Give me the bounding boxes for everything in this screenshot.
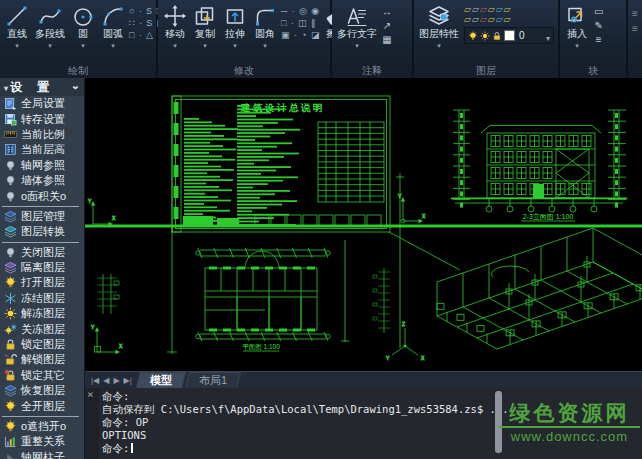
collapse-chevron-icon[interactable] bbox=[71, 78, 80, 92]
layer-state-icons[interactable]: ▱▱▱▱▱▱ bbox=[464, 15, 554, 24]
ribbon-panel-annotate: 多行文字 ↔↗▦ 注释 bbox=[332, 0, 414, 78]
lock-red-icon bbox=[4, 369, 17, 382]
first-tab-button[interactable] bbox=[91, 376, 99, 385]
ribbon-button-circle[interactable]: 圆 bbox=[68, 3, 98, 47]
close-icon[interactable] bbox=[87, 388, 94, 401]
ribbon-button-insert[interactable]: 插入 bbox=[562, 3, 592, 47]
sidebar-item-label: o遮挡开o bbox=[21, 419, 66, 434]
ribbon-button-arc[interactable]: 圆弧 bbox=[98, 3, 128, 47]
layer-state-icon[interactable]: ▱ bbox=[496, 15, 503, 24]
layer-state-icon[interactable]: ▱ bbox=[496, 5, 503, 14]
sidebar-item[interactable]: 墙体参照 bbox=[0, 173, 84, 188]
sidebar-item[interactable]: 重整关系 bbox=[0, 434, 84, 449]
elevation-drawing: 2-3立面图 1:100 bbox=[451, 110, 627, 221]
sidebar-item[interactable]: 当前比例 bbox=[0, 127, 84, 142]
layer-color-swatch[interactable] bbox=[504, 30, 515, 41]
dropdown-caret-icon[interactable] bbox=[203, 40, 207, 47]
dropdown-caret-icon[interactable] bbox=[355, 40, 359, 47]
tab-layout[interactable]: 布局1 bbox=[185, 372, 241, 388]
mini-tool-icon[interactable]: ↗ bbox=[383, 21, 391, 31]
mini-tool-icons[interactable]: ─ ∙ ◎ ◉ bbox=[281, 7, 320, 16]
last-tab-button[interactable] bbox=[124, 376, 132, 385]
ribbon-button-stretch[interactable]: 拉伸 bbox=[220, 3, 250, 47]
layer-state-icon[interactable]: ▱ bbox=[488, 5, 495, 14]
ribbon-button-label: 多段线 bbox=[35, 28, 65, 40]
dropdown-caret-icon[interactable] bbox=[263, 40, 267, 47]
ucs-icon: Y X bbox=[88, 198, 116, 226]
layer-state-icon[interactable]: ▱ bbox=[464, 15, 471, 24]
mini-tool-icon[interactable]: ▦ bbox=[382, 35, 391, 45]
sidebar-item[interactable]: 关冻图层 bbox=[0, 321, 84, 336]
layer-state-icon[interactable]: ▱ bbox=[480, 5, 487, 14]
layer-state-icon[interactable]: ▱ bbox=[504, 15, 511, 24]
dropdown-caret-icon[interactable] bbox=[48, 40, 52, 47]
ribbon-button-fillet[interactable]: 圆角 bbox=[250, 3, 280, 47]
layer-state-icon[interactable]: ▱ bbox=[504, 5, 511, 14]
ribbon-button-mtext[interactable]: 多行文字 bbox=[334, 3, 380, 47]
sidebar-header[interactable]: 设 置 bbox=[0, 78, 84, 96]
sidebar-item[interactable]: o遮挡开o bbox=[0, 419, 84, 434]
watermark: 绿色资源网 www.downcc.com bbox=[499, 401, 640, 444]
sidebar-item[interactable]: 打开图层 bbox=[0, 275, 84, 290]
mtext-icon bbox=[345, 4, 369, 28]
layer-state-icon[interactable]: ▱ bbox=[480, 15, 487, 24]
layer-state-icon[interactable]: ▱ bbox=[464, 5, 471, 14]
sidebar-item[interactable]: 图层转换 bbox=[0, 224, 84, 239]
sidebar-item[interactable]: 锁定图层 bbox=[0, 337, 84, 352]
mini-tool-icons[interactable]: □ ∙ ◫ ∥ bbox=[281, 19, 320, 28]
sidebar-item[interactable]: 恢复图层 bbox=[0, 383, 84, 398]
block-extra-tools[interactable]: ▭✎≡ bbox=[592, 3, 605, 45]
sidebar-item[interactable]: 全开图层 bbox=[0, 398, 84, 413]
sidebar-item[interactable]: 轴网参照 bbox=[0, 158, 84, 173]
sidebar-item[interactable]: 解冻图层 bbox=[0, 306, 84, 321]
chevron-down-icon[interactable] bbox=[546, 27, 550, 45]
detail-drawing bbox=[373, 268, 390, 333]
ribbon-button-polyline[interactable]: 多段线 bbox=[32, 3, 68, 47]
sidebar-item[interactable]: 全局设置 bbox=[0, 96, 84, 111]
dropdown-caret-icon[interactable] bbox=[173, 40, 177, 47]
tab-model[interactable]: 模型 bbox=[136, 372, 186, 388]
sidebar-item[interactable]: 图层管理 bbox=[0, 209, 84, 224]
ribbon-button-layers[interactable]: 图层特性 bbox=[416, 3, 462, 47]
ribbon-button-move[interactable]: 移动 bbox=[160, 3, 190, 47]
sidebar-item[interactable]: 转存设置 bbox=[0, 111, 84, 126]
layer-state-icon[interactable]: ▱ bbox=[472, 15, 479, 24]
mini-tool-icon[interactable]: ↔ bbox=[382, 7, 392, 17]
prev-tab-button[interactable] bbox=[103, 376, 109, 385]
sidebar-item[interactable]: 冻结图层 bbox=[0, 291, 84, 306]
layer-combo[interactable]: 0 bbox=[464, 27, 554, 44]
ribbon-button-line[interactable]: 直线 bbox=[2, 3, 32, 47]
sidebar-item[interactable]: 关闭图层 bbox=[0, 245, 84, 260]
layer-state-icon[interactable]: ▱ bbox=[488, 15, 495, 24]
sidebar-item[interactable]: 锁定其它 bbox=[0, 368, 84, 383]
sidebar-item[interactable]: 当前层高 bbox=[0, 142, 84, 157]
lock-icon[interactable] bbox=[492, 31, 502, 41]
drawing-canvas[interactable]: 建筑设计总说明 2-3立面图 1:100 平面图 1:100 bbox=[85, 78, 642, 371]
dropdown-caret-icon[interactable] bbox=[437, 40, 441, 47]
sidebar-item[interactable]: 隔离图层 bbox=[0, 260, 84, 275]
ribbon-button-copy[interactable]: 复制 bbox=[190, 3, 220, 47]
mini-tool-icon[interactable]: ≡ bbox=[596, 35, 602, 45]
sun-icon[interactable] bbox=[480, 31, 490, 41]
dropdown-caret-icon[interactable] bbox=[111, 40, 115, 47]
dropdown-caret-icon[interactable] bbox=[575, 40, 579, 47]
mini-tool-icons[interactable]: ▣ ∙ ◔ ◪ bbox=[281, 31, 320, 40]
sidebar-item[interactable]: 解锁图层 bbox=[0, 352, 84, 367]
caret-down-icon[interactable] bbox=[4, 80, 8, 94]
mini-tool-icon[interactable]: ▭ bbox=[594, 7, 603, 17]
dropdown-caret-icon[interactable] bbox=[233, 40, 237, 47]
sidebar-item[interactable]: 轴网柱子 bbox=[0, 450, 84, 459]
floor-plan-drawing: 平面图 1:100 bbox=[196, 248, 330, 351]
mini-tool-icon[interactable]: ✎ bbox=[595, 21, 603, 31]
modify-extra-tools[interactable]: ─ ∙ ◎ ◉□ ∙ ◫ ∥▣ ∙ ◔ ◪ bbox=[280, 3, 321, 40]
sidebar-item[interactable]: o面积关o bbox=[0, 188, 84, 203]
next-tab-button[interactable] bbox=[113, 376, 119, 385]
dropdown-caret-icon[interactable] bbox=[15, 40, 19, 47]
annotate-extra-tools[interactable]: ↔↗▦ bbox=[380, 3, 394, 45]
layer-state-icon[interactable]: ▱ bbox=[472, 5, 479, 14]
dropdown-caret-icon[interactable] bbox=[81, 40, 85, 47]
ribbon-button-label: 圆弧 bbox=[103, 28, 123, 40]
sidebar-item-label: 转存设置 bbox=[21, 112, 65, 127]
bulb-icon[interactable] bbox=[468, 31, 478, 41]
layer-state-icons[interactable]: ▱▱▱▱▱▱ bbox=[464, 5, 554, 14]
